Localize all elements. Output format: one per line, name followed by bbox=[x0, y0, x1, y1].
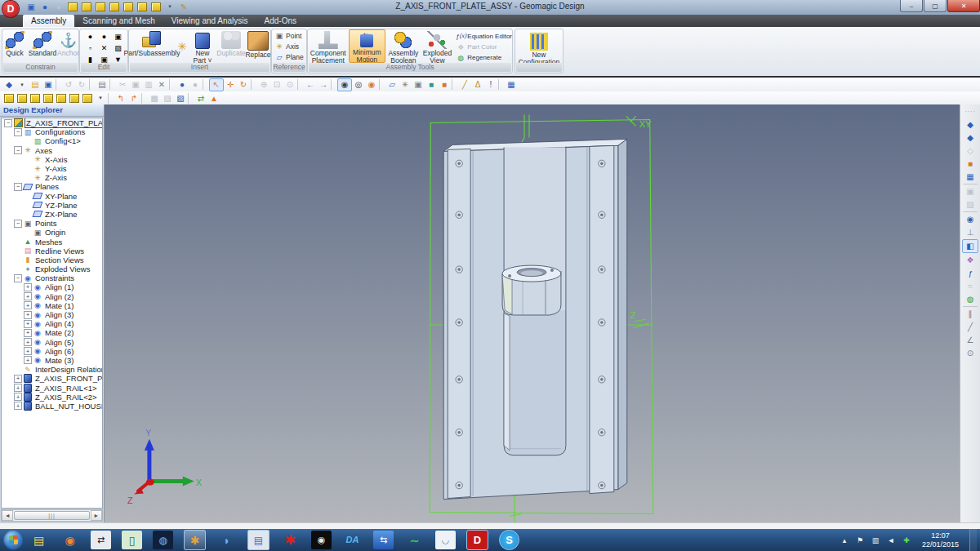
reference-axis-button[interactable]: ✳ Axis bbox=[272, 41, 306, 51]
edit-icon-5[interactable]: ✕ bbox=[97, 42, 111, 54]
tree-expander[interactable]: + bbox=[14, 393, 22, 401]
tray-network[interactable]: ▥ bbox=[871, 536, 880, 544]
next-view-button[interactable]: → bbox=[317, 79, 330, 91]
tree-ball-nut-housing-1[interactable]: + BALL_NUT_HOUSING<1> bbox=[2, 402, 102, 411]
tree-expander[interactable]: − bbox=[14, 183, 22, 191]
tree-expander[interactable]: − bbox=[14, 128, 22, 136]
tab-scanning-and-mesh[interactable]: Scanning and Mesh bbox=[74, 15, 163, 27]
tree-expander[interactable]: + bbox=[24, 283, 32, 291]
copy-button[interactable]: ▣ bbox=[129, 79, 142, 91]
ball-nut-housing-model[interactable] bbox=[502, 265, 561, 315]
duplicate-button[interactable]: Duplicate bbox=[216, 29, 247, 63]
component-placement-button[interactable]: Component Placement bbox=[308, 29, 349, 63]
tree-expander[interactable]: − bbox=[14, 146, 22, 154]
close-button[interactable]: ✕ bbox=[947, 0, 980, 12]
taskbar-firefox[interactable]: ◉ bbox=[60, 531, 80, 549]
previous-view-button[interactable]: ← bbox=[304, 79, 317, 91]
minimize-button[interactable]: – bbox=[900, 0, 923, 12]
tab-viewing-and-analysis[interactable]: Viewing and Analysis bbox=[163, 15, 256, 27]
taskbar-green-app[interactable]: ∼ bbox=[404, 531, 425, 549]
tray-volume[interactable]: ◄ bbox=[886, 536, 896, 544]
taskbar-thunderbird[interactable]: ◗ bbox=[216, 531, 237, 549]
open-button[interactable]: ▤ bbox=[29, 79, 42, 91]
viewport-3d[interactable]: XY Z bbox=[105, 104, 960, 522]
box-tool-button[interactable]: ■ bbox=[425, 79, 438, 91]
taskbar-camera-app[interactable]: ◉ bbox=[311, 531, 332, 549]
rotate-view-button[interactable]: ↻ bbox=[237, 79, 250, 91]
tree-expander[interactable] bbox=[14, 256, 22, 264]
tree-align-3[interactable]: + Align (3) bbox=[2, 310, 102, 319]
tree-z-axis-rail-2[interactable]: + Z_AXIS_RAIL<2> bbox=[2, 393, 102, 402]
tree-align-2[interactable]: + Align (2) bbox=[2, 292, 102, 301]
pan-button[interactable]: ✛ bbox=[224, 79, 237, 91]
tray-show-hidden[interactable]: ▴ bbox=[840, 536, 849, 544]
taskbar-phone-app[interactable]: ▯ bbox=[122, 531, 142, 549]
tab-add-ons[interactable]: Add-Ons bbox=[256, 15, 305, 27]
tree-expander[interactable] bbox=[14, 238, 22, 246]
tree-expander[interactable]: + bbox=[24, 301, 32, 309]
zoom-fit-button[interactable]: ⊙ bbox=[283, 79, 296, 91]
tray-action-center[interactable]: ⚑ bbox=[855, 536, 865, 544]
point-tool-button[interactable]: ▣ bbox=[412, 79, 425, 91]
tree-expander[interactable]: + bbox=[14, 402, 22, 410]
tree-zx-plane[interactable]: ZX-Plane bbox=[2, 210, 102, 219]
print-button[interactable]: ▤ bbox=[96, 79, 109, 91]
right-constraint-button[interactable]: ◉ bbox=[963, 213, 978, 225]
tree-root-assembly[interactable]: − Z_AXIS_FRONT_PLATE_ASS bbox=[2, 118, 102, 127]
insert-options-button[interactable] bbox=[175, 29, 189, 63]
tree-x-axis[interactable]: X-Axis bbox=[2, 155, 102, 164]
tree-expander[interactable] bbox=[14, 265, 22, 273]
reference-plane-button[interactable]: ▱ Plane bbox=[272, 51, 306, 62]
taskbar-red-app[interactable]: ✱ bbox=[280, 531, 301, 549]
right-measure-angle-button[interactable]: ∠ bbox=[963, 334, 978, 346]
view-cube-back-left[interactable] bbox=[42, 92, 55, 104]
geomagic-logo-icon[interactable]: D bbox=[2, 1, 19, 17]
shaded-edges-display-button[interactable]: ◉ bbox=[365, 79, 378, 91]
taskbar-geomagic-design[interactable]: D bbox=[466, 530, 488, 550]
right-dissolve-button[interactable]: ▨ bbox=[963, 198, 978, 211]
replace-button[interactable]: Replace bbox=[247, 29, 270, 63]
export-scene-button[interactable]: ▲ bbox=[207, 92, 220, 104]
view-cube-front-right[interactable] bbox=[29, 92, 42, 104]
assembly-boolean-button[interactable]: Assembly Boolean bbox=[385, 29, 421, 63]
model-canvas[interactable]: XY Z bbox=[105, 104, 960, 522]
equation-editor-button[interactable]: ƒ⒳ Equation Editor bbox=[453, 31, 512, 42]
maximize-button[interactable]: ▢ bbox=[924, 0, 947, 12]
sync-views-button[interactable]: ⇄ bbox=[194, 92, 207, 104]
rotate-left-90-button[interactable]: ↰ bbox=[114, 92, 127, 104]
tree-interdesign-relations[interactable]: InterDesign Relations bbox=[2, 365, 102, 374]
regenerate-button[interactable]: ◍ Regenerate bbox=[453, 52, 512, 63]
tree-expander[interactable] bbox=[24, 229, 32, 237]
tree-expander[interactable] bbox=[24, 174, 32, 182]
tree-y-axis[interactable]: Y-Axis bbox=[2, 164, 102, 173]
right-minimum-motion-button[interactable]: ◧ bbox=[962, 239, 978, 253]
view-cube-dropdown[interactable]: ▾ bbox=[94, 92, 107, 104]
tree-expander[interactable] bbox=[24, 210, 32, 218]
shaded-display-button[interactable]: ◉ bbox=[337, 78, 352, 91]
scrollbar-thumb[interactable]: ||| bbox=[14, 511, 89, 520]
wireframe-display-button[interactable]: ◎ bbox=[352, 79, 365, 91]
edit-icon-2[interactable]: ● bbox=[97, 31, 111, 42]
new-dropdown[interactable]: ▾ bbox=[16, 79, 29, 91]
tree-expander[interactable] bbox=[24, 201, 32, 209]
view-redo-button[interactable]: ● bbox=[189, 79, 202, 91]
tab-assembly[interactable]: Assembly bbox=[23, 15, 74, 27]
right-pattern-button[interactable]: ▦ bbox=[963, 171, 978, 183]
edit-icon-1[interactable]: ● bbox=[83, 31, 97, 42]
right-duplicate-button[interactable]: ◇ bbox=[963, 144, 978, 157]
tray-update[interactable]: ✚ bbox=[902, 536, 911, 544]
reference-point-button[interactable]: ▣ Point bbox=[272, 30, 306, 41]
taskbar-clock[interactable]: 12:07 22/01/2015 bbox=[917, 531, 964, 549]
tree-expander[interactable]: + bbox=[24, 347, 32, 355]
mesh-display-3-button[interactable]: ▧ bbox=[174, 92, 187, 104]
delete-button[interactable]: ✕ bbox=[155, 79, 168, 91]
undo-button[interactable]: ↺ bbox=[62, 79, 75, 91]
tree-align-5[interactable]: + Align (5) bbox=[2, 338, 102, 347]
minimum-motion-button[interactable]: Minimum Motion bbox=[349, 29, 386, 63]
right-equation-editor-button[interactable]: ƒ bbox=[963, 267, 978, 279]
redo-button[interactable]: ↻ bbox=[75, 79, 88, 91]
tree-origin[interactable]: Origin bbox=[2, 228, 102, 237]
right-mirror-button[interactable]: ▣ bbox=[963, 185, 978, 198]
start-button[interactable] bbox=[3, 530, 24, 550]
view-cube-iso[interactable] bbox=[81, 92, 94, 104]
